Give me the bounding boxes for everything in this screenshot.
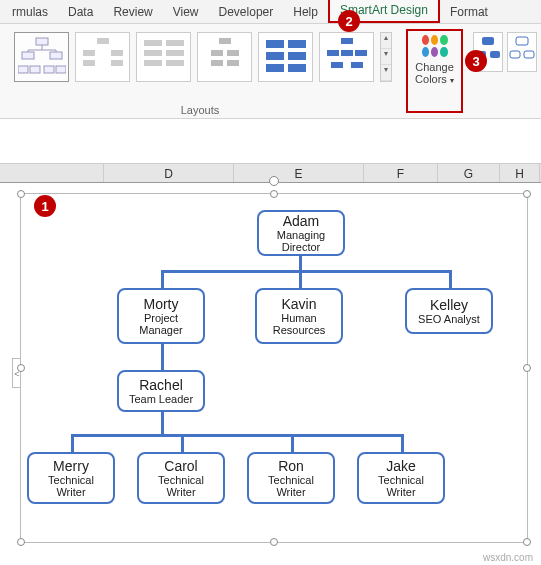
svg-rect-44: [524, 51, 534, 58]
svg-rect-20: [144, 60, 162, 66]
svg-rect-43: [510, 51, 520, 58]
worksheet-area[interactable]: 1 < Adam Managing Dir: [0, 183, 541, 555]
org-node-rachel[interactable]: Rachel Team Leader: [117, 370, 205, 412]
style-thumb-2[interactable]: [507, 32, 537, 72]
org-node-merry[interactable]: Merry Technical Writer: [27, 452, 115, 504]
layout-thumb-4[interactable]: [197, 32, 252, 82]
node-role: Managing Director: [265, 229, 337, 253]
col-f[interactable]: F: [364, 164, 438, 182]
layout-thumb-6[interactable]: [319, 32, 374, 82]
badge-1: 1: [34, 195, 56, 217]
layout-thumb-5[interactable]: [258, 32, 313, 82]
svg-rect-13: [111, 50, 123, 56]
node-name: Jake: [365, 458, 437, 474]
chevron-down-icon: ▾: [450, 76, 454, 85]
org-node-carol[interactable]: Carol Technical Writer: [137, 452, 225, 504]
svg-rect-22: [219, 38, 231, 44]
layouts-section-label: Layouts: [0, 104, 400, 116]
ribbon-tab-bar: rmulas Data Review View Developer Help S…: [0, 0, 541, 24]
node-role: Technical Writer: [145, 474, 217, 498]
svg-rect-21: [166, 60, 184, 66]
svg-rect-23: [211, 50, 223, 56]
col-g[interactable]: G: [438, 164, 500, 182]
node-name: Morty: [125, 296, 197, 312]
svg-rect-1: [22, 52, 34, 59]
svg-rect-19: [166, 50, 184, 56]
node-name: Ron: [255, 458, 327, 474]
layout-thumb-3[interactable]: [136, 32, 191, 82]
node-name: Carol: [145, 458, 217, 474]
svg-rect-12: [83, 50, 95, 56]
svg-rect-38: [351, 62, 363, 68]
svg-rect-15: [111, 60, 123, 66]
ribbon-body: ▴▾▾ Layouts ChangeColors ▾ 3: [0, 24, 541, 119]
svg-rect-2: [50, 52, 62, 59]
change-colors-label: ChangeColors ▾: [415, 61, 454, 86]
svg-rect-3: [18, 66, 28, 73]
tab-formulas[interactable]: rmulas: [2, 1, 58, 23]
svg-rect-31: [266, 64, 284, 72]
watermark: wsxdn.com: [483, 552, 533, 563]
svg-rect-27: [266, 40, 284, 48]
tab-format[interactable]: Format: [440, 1, 498, 23]
svg-rect-26: [227, 60, 239, 66]
layout-thumb-1[interactable]: [14, 32, 69, 82]
svg-rect-25: [211, 60, 223, 66]
layouts-dropdown[interactable]: ▴▾▾: [380, 32, 392, 82]
node-role: Technical Writer: [35, 474, 107, 498]
node-name: Kelley: [413, 297, 485, 313]
col-e[interactable]: E: [234, 164, 364, 182]
tab-data[interactable]: Data: [58, 1, 103, 23]
svg-rect-30: [288, 52, 306, 60]
svg-rect-35: [341, 50, 353, 56]
node-role: Project Manager: [125, 312, 197, 336]
change-colors-button[interactable]: ChangeColors ▾: [406, 29, 463, 113]
svg-rect-0: [36, 38, 48, 45]
node-role: Technical Writer: [255, 474, 327, 498]
svg-rect-4: [30, 66, 40, 73]
tab-review[interactable]: Review: [103, 1, 162, 23]
layouts-gallery[interactable]: ▴▾▾ Layouts: [0, 24, 400, 118]
org-node-kelley[interactable]: Kelley SEO Analyst: [405, 288, 493, 334]
org-node-ron[interactable]: Ron Technical Writer: [247, 452, 335, 504]
svg-rect-28: [288, 40, 306, 48]
svg-rect-17: [166, 40, 184, 46]
node-name: Merry: [35, 458, 107, 474]
node-name: Kavin: [263, 296, 335, 312]
node-role: Team Leader: [125, 393, 197, 405]
svg-rect-24: [227, 50, 239, 56]
node-name: Rachel: [125, 377, 197, 393]
layout-thumb-2[interactable]: [75, 32, 130, 82]
svg-rect-37: [331, 62, 343, 68]
node-role: Technical Writer: [365, 474, 437, 498]
col-d[interactable]: D: [104, 164, 234, 182]
svg-rect-5: [44, 66, 54, 73]
badge-2: 2: [338, 10, 360, 32]
org-node-kavin[interactable]: Kavin Human Resources: [255, 288, 343, 344]
col-h[interactable]: H: [500, 164, 540, 182]
svg-rect-33: [341, 38, 353, 44]
org-chart: Adam Managing Director Morty Project Man…: [21, 194, 527, 542]
svg-rect-6: [56, 66, 66, 73]
node-name: Adam: [265, 213, 337, 229]
svg-rect-29: [266, 52, 284, 60]
node-role: SEO Analyst: [413, 313, 485, 325]
svg-rect-41: [490, 51, 500, 58]
rotate-handle[interactable]: [269, 176, 279, 186]
tab-help[interactable]: Help: [283, 1, 328, 23]
svg-rect-32: [288, 64, 306, 72]
svg-rect-36: [355, 50, 367, 56]
org-node-jake[interactable]: Jake Technical Writer: [357, 452, 445, 504]
badge-3: 3: [465, 50, 487, 72]
color-swatch-icon: [422, 35, 448, 57]
svg-rect-42: [516, 37, 528, 45]
org-node-morty[interactable]: Morty Project Manager: [117, 288, 205, 344]
smartart-selection[interactable]: Adam Managing Director Morty Project Man…: [20, 193, 528, 543]
svg-rect-34: [327, 50, 339, 56]
tab-developer[interactable]: Developer: [209, 1, 284, 23]
org-node-root[interactable]: Adam Managing Director: [257, 210, 345, 256]
svg-rect-16: [144, 40, 162, 46]
node-role: Human Resources: [263, 312, 335, 336]
svg-rect-39: [482, 37, 494, 45]
tab-view[interactable]: View: [163, 1, 209, 23]
